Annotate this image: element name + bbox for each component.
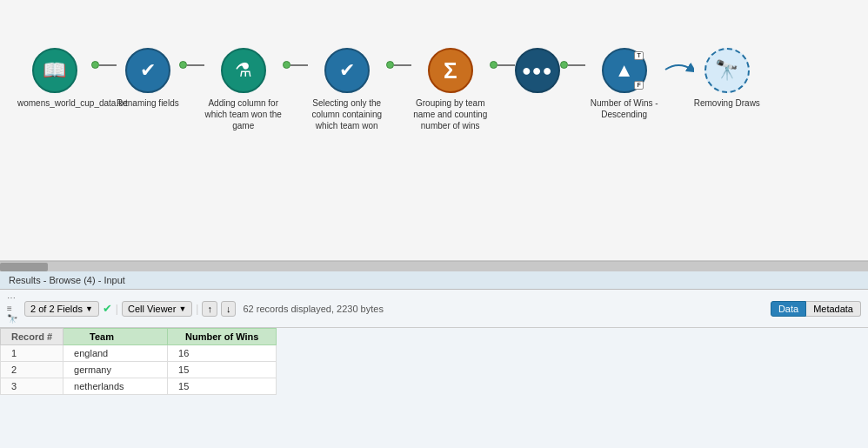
table-row: 3 netherlands 15 [1, 378, 277, 395]
wf-node-formula: ⚗ Adding column for which team won the g… [204, 48, 283, 131]
connector-6 [560, 61, 585, 69]
data-meta-buttons: Data Metadata [771, 301, 861, 317]
node-formula-label: Adding column for which team won the gam… [204, 97, 283, 131]
down-arrow-icon: ↓ [226, 304, 231, 314]
scroll-down-btn[interactable]: ↓ [221, 301, 237, 317]
list-icon[interactable]: ≡ [7, 304, 17, 313]
scroll-up-btn[interactable]: ↑ [202, 301, 217, 317]
cell-team-1: england [63, 345, 168, 362]
connector-7 [664, 61, 694, 78]
col-header-record: Record # [1, 329, 63, 345]
results-header: Results - Browse (4) - Input [0, 271, 868, 290]
connector-1 [91, 61, 117, 69]
horizontal-scrollbar[interactable] [0, 261, 868, 271]
cell-record-3: 3 [1, 378, 63, 395]
sort-badge-t: T [634, 51, 643, 60]
cell-team-3: netherlands [63, 378, 168, 395]
dropdown-arrow-icon: ▼ [85, 304, 93, 313]
menu-dots-icon[interactable]: ⋯ [7, 293, 17, 303]
results-toolbar: ⋯ ≡ 🔭 2 of 2 Fields ▼ ✔ | Cell Viewer ▼ … [0, 290, 868, 328]
connector-4 [386, 61, 411, 69]
cell-wins-1: 16 [168, 345, 277, 362]
cell-viewer-label: Cell Viewer [128, 304, 176, 314]
cell-wins-2: 15 [168, 362, 277, 378]
node-browse-circle[interactable]: 🔭 [704, 48, 750, 93]
connector-3 [283, 61, 308, 69]
records-info: 62 records displayed, 2230 bytes [243, 304, 383, 314]
wf-node-input: 📖 womens_world_cup_data.txt [17, 48, 91, 109]
data-table: Record # Team Number of Wins 1 england [0, 328, 277, 395]
metadata-btn[interactable]: Metadata [806, 301, 861, 317]
wf-node-browse: 🔭 Removing Draws [694, 48, 760, 109]
cell-viewer-btn[interactable]: Cell Viewer ▼ [122, 301, 192, 317]
node-summarize-circle[interactable]: Σ [428, 48, 473, 93]
sort-badge-f: F [634, 81, 643, 90]
browse-icon[interactable]: 🔭 [7, 314, 17, 324]
up-arrow-icon: ↑ [207, 304, 212, 314]
node-rename-label: Renaming fields [117, 97, 179, 109]
node-input-label: womens_world_cup_data.txt [17, 97, 91, 109]
wf-node-join: ●●● [515, 48, 560, 97]
connector-2 [179, 61, 204, 69]
data-btn[interactable]: Data [771, 301, 806, 317]
separator-2: | [196, 303, 198, 315]
node-select-circle[interactable]: ✔ [324, 48, 370, 93]
col-header-wins: Number of Wins [168, 329, 277, 345]
node-browse-label: Removing Draws [694, 97, 760, 109]
cell-viewer-arrow-icon: ▼ [178, 304, 186, 313]
table-header-row: Record # Team Number of Wins [1, 329, 277, 345]
wf-node-rename: ✔ Renaming fields [117, 48, 179, 109]
toolbar-left-icons: ⋯ ≡ 🔭 [7, 293, 17, 324]
cell-record-2: 2 [1, 362, 63, 378]
node-rename-circle[interactable]: ✔ [125, 48, 170, 93]
results-panel: Results - Browse (4) - Input ⋯ ≡ 🔭 2 of … [0, 271, 868, 448]
wf-node-summarize: Σ Grouping by team name and counting num… [411, 48, 490, 131]
node-select-label: Selecting only the column containing whi… [308, 97, 386, 131]
col-header-team: Team [63, 329, 168, 345]
cell-team-2: germany [63, 362, 168, 378]
fields-label: 2 of 2 Fields [30, 304, 83, 314]
node-join-circle[interactable]: ●●● [515, 48, 560, 93]
node-sort-circle[interactable]: ▲ T F [602, 48, 647, 93]
workflow-row: 📖 womens_world_cup_data.txt ✔ Renaming f… [0, 0, 868, 140]
cell-wins-3: 15 [168, 378, 277, 395]
table-row: 2 germany 15 [1, 362, 277, 378]
separator-1: | [116, 303, 118, 315]
wf-node-sort: ▲ T F Number of Wins - Descending [585, 48, 664, 120]
node-sort-label: Number of Wins - Descending [585, 97, 664, 120]
wf-node-select: ✔ Selecting only the column containing w… [308, 48, 386, 131]
node-summarize-label: Grouping by team name and counting numbe… [411, 97, 490, 131]
canvas-area: 📖 womens_world_cup_data.txt ✔ Renaming f… [0, 0, 868, 261]
node-formula-circle[interactable]: ⚗ [221, 48, 266, 93]
check-icon[interactable]: ✔ [103, 302, 112, 315]
scroll-thumb[interactable] [0, 263, 48, 271]
app-container: 📖 womens_world_cup_data.txt ✔ Renaming f… [0, 0, 868, 448]
connector-5 [490, 61, 515, 69]
fields-dropdown-btn[interactable]: 2 of 2 Fields ▼ [24, 301, 99, 317]
table-row: 1 england 16 [1, 345, 277, 362]
table-container: Record # Team Number of Wins 1 england [0, 328, 868, 395]
node-input-circle[interactable]: 📖 [32, 48, 77, 93]
cell-record-1: 1 [1, 345, 63, 362]
